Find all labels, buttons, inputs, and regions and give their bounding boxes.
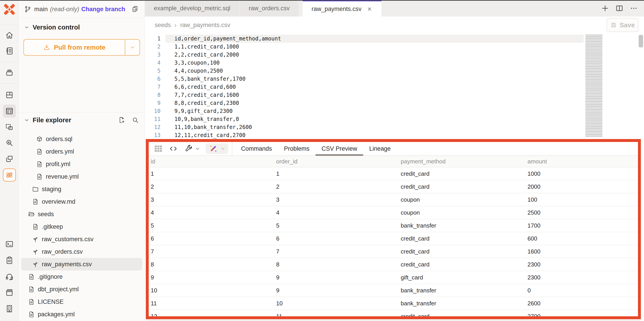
code-line-9: 98,8,credit_card,2300 — [145, 99, 644, 107]
table-row: 33coupon100 — [149, 193, 638, 206]
file-item-license[interactable]: LICENSE — [21, 296, 142, 308]
file-item-seeds[interactable]: seeds — [21, 208, 142, 220]
ai-assist-button[interactable] — [206, 143, 228, 154]
file-item--gitignore[interactable]: .gitignore — [21, 270, 142, 283]
breadcrumb-file[interactable]: raw_payments.csv — [180, 22, 230, 28]
rail-divider — [0, 24, 19, 25]
table-cell: 1700 — [526, 222, 638, 229]
chevron-down-icon[interactable] — [24, 24, 30, 30]
table-row: 44coupon2500 — [149, 206, 638, 219]
line-number: 11 — [145, 115, 166, 123]
file-item-orders-yml[interactable]: orders.yml — [21, 145, 142, 158]
new-file-icon[interactable] — [118, 116, 126, 124]
table-cell: bank_transfer — [399, 222, 526, 229]
dbt-logo-icon — [4, 4, 15, 15]
table-cell: coupon — [399, 196, 526, 203]
rail-item-code-window[interactable] — [3, 104, 16, 118]
rail-item-atom[interactable] — [3, 168, 16, 182]
table-cell: 11 — [274, 313, 399, 320]
building-icon — [5, 304, 14, 313]
code-line-12: 1211,10,bank_transfer,2600 — [145, 123, 644, 131]
table-cell: 2500 — [526, 209, 638, 216]
minimap[interactable] — [586, 35, 602, 137]
line-number: 7 — [145, 83, 166, 91]
code-line-13: 1312,11,credit_card,2700 — [145, 131, 644, 139]
chevron-down-icon[interactable] — [195, 146, 200, 152]
editor-tab-raw-orders-csv[interactable]: raw_orders.csv — [240, 0, 298, 16]
table-cell: 1600 — [526, 248, 638, 255]
panel-tab-csv-preview[interactable]: CSV Preview — [316, 142, 363, 155]
editor-tab-example-develop-metric-sql[interactable]: example_develop_metric.sql — [145, 0, 239, 16]
editor-scrollbar-thumb[interactable] — [639, 35, 643, 48]
change-branch-link[interactable]: Change branch — [81, 6, 125, 13]
rail-item-layout-grid[interactable] — [3, 88, 16, 102]
more-options-icon[interactable] — [629, 4, 638, 13]
rail-item-frame-select[interactable] — [3, 121, 16, 134]
table-row: 109bank_transfer0 — [149, 284, 638, 297]
rail-item-browser[interactable] — [3, 286, 16, 299]
home-icon — [5, 31, 14, 40]
table-row: 22credit_card2000 — [149, 180, 638, 193]
doc-icon — [32, 223, 39, 230]
file-item--gitkeep[interactable]: .gitkeep — [21, 220, 142, 233]
table-cell: coupon — [399, 209, 526, 216]
file-item-raw-customers-csv[interactable]: raw_customers.csv — [21, 233, 142, 246]
code-editor[interactable]: 1id,order_id,payment_method,amount21,1,c… — [145, 34, 644, 321]
table-cell: 3 — [274, 196, 399, 203]
file-item-raw-orders-csv[interactable]: raw_orders.csv — [21, 246, 142, 258]
file-item-packages-yml[interactable]: packages.yml — [21, 308, 142, 320]
file-item-profit-yml[interactable]: profit.yml — [21, 158, 142, 170]
panel-tab-lineage[interactable]: Lineage — [363, 142, 397, 155]
chevron-down-icon[interactable] — [220, 146, 226, 152]
file-item-label: .gitignore — [38, 274, 62, 280]
editor-tab-raw-payments-csv[interactable]: raw_payments.csv — [302, 0, 382, 16]
rail-item-home[interactable] — [3, 29, 16, 42]
code-view-icon[interactable] — [169, 144, 178, 153]
file-item-label: overview.md — [42, 198, 75, 205]
rail-item-notebook[interactable] — [3, 44, 16, 58]
rail-divider — [0, 62, 19, 62]
code-text: 12,11,credit_card,2700 — [166, 131, 246, 139]
breadcrumb-folder[interactable]: seeds — [155, 22, 171, 28]
new-tab-icon[interactable] — [600, 4, 610, 13]
file-item-staging[interactable]: staging — [21, 183, 142, 195]
table-cell: 7 — [149, 248, 274, 255]
save-button[interactable]: Save — [606, 18, 639, 32]
table-row: 55bank_transfer1700 — [149, 219, 638, 232]
chevron-down-icon[interactable] — [24, 117, 30, 123]
file-item-orders-sql[interactable]: orders.sql — [21, 133, 142, 145]
build-wrench-icon[interactable] — [184, 144, 193, 153]
rail-item-headset[interactable] — [3, 270, 16, 283]
panel-tab-problems[interactable]: Problems — [278, 142, 316, 155]
copy-docs-icon[interactable] — [131, 5, 139, 13]
split-editor-icon[interactable] — [615, 4, 624, 13]
table-cell: bank_transfer — [399, 300, 526, 307]
rail-item-archive[interactable] — [3, 66, 16, 79]
editor-tabbar: example_develop_metric.sqlraw_orders.csv… — [145, 0, 644, 16]
code-text: 5,5,bank_transfer,1700 — [166, 75, 246, 83]
rail-item-clipboard[interactable] — [3, 254, 16, 267]
file-item-raw-payments-csv[interactable]: raw_payments.csv — [21, 258, 142, 270]
table-cell: 8 — [149, 261, 274, 268]
table-view-icon[interactable] — [153, 144, 164, 154]
pull-from-remote-button[interactable]: Pull from remote — [24, 39, 140, 56]
file-item-overview-md[interactable]: overview.md — [21, 195, 142, 208]
table-cell: 9 — [274, 287, 399, 294]
branch-name: main — [34, 6, 48, 13]
rail-item-terminal[interactable] — [3, 238, 16, 250]
pull-options-caret[interactable] — [125, 40, 140, 55]
rail-item-search-insights[interactable] — [3, 136, 16, 149]
rail-item-building[interactable] — [3, 302, 16, 315]
rail-item-windows[interactable] — [3, 152, 16, 166]
table-cell: bank_transfer — [399, 287, 526, 294]
table-cell: 100 — [526, 196, 638, 203]
layout-grid-icon — [5, 90, 14, 100]
file-item-revenue-yml[interactable]: revenue.yml — [21, 170, 142, 183]
close-icon[interactable] — [366, 6, 372, 12]
file-item-dbt-project-yml[interactable]: dbt_project.yml — [21, 283, 142, 296]
search-icon[interactable] — [132, 116, 139, 124]
panel-tab-commands[interactable]: Commands — [235, 142, 278, 155]
editor-header: seeds › raw_payments.csv Save — [145, 16, 644, 34]
line-number: 9 — [145, 99, 166, 107]
column-header-payment_method: payment_method — [399, 158, 526, 165]
